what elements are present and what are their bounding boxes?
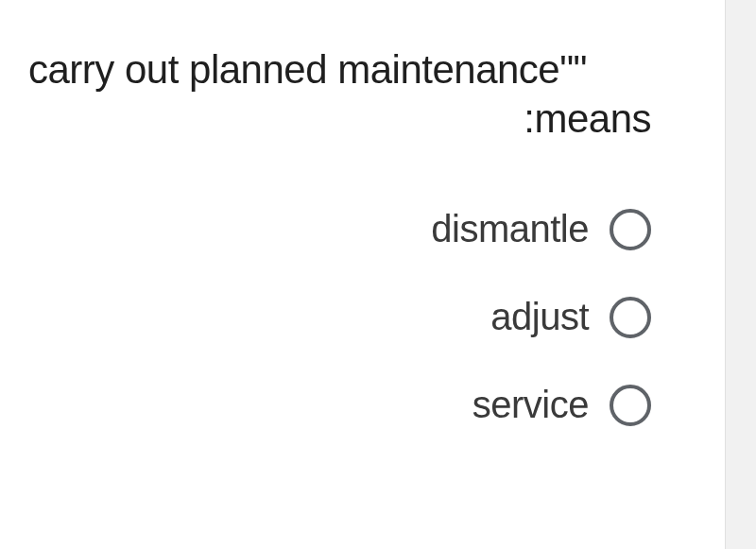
question-text-line2: :means xyxy=(28,96,696,142)
option-label: service xyxy=(472,384,589,426)
option-service[interactable]: service xyxy=(28,384,651,426)
radio-icon xyxy=(610,209,651,250)
option-label: adjust xyxy=(490,296,589,338)
radio-icon xyxy=(610,297,651,338)
option-label: dismantle xyxy=(431,208,589,250)
option-adjust[interactable]: adjust xyxy=(28,296,651,338)
options-group: dismantle adjust service xyxy=(28,208,696,426)
option-dismantle[interactable]: dismantle xyxy=(28,208,651,250)
radio-icon xyxy=(610,385,651,426)
form-card: carry out planned maintenance"" :means d… xyxy=(0,0,726,549)
question-text-line1: carry out planned maintenance"" xyxy=(28,47,696,93)
right-margin xyxy=(726,0,756,549)
